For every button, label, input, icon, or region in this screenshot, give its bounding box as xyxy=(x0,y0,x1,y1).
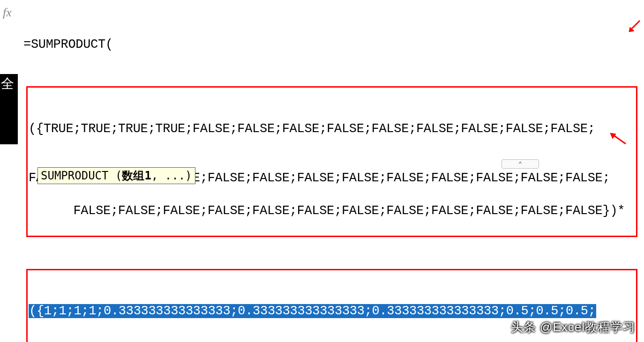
chevron-up-icon: ⌃ xyxy=(518,160,522,168)
block1-l1: ({TRUE;TRUE;TRUE;TRUE;FALSE;FALSE;FALSE;… xyxy=(29,122,595,136)
tooltip-arg[interactable]: 数组1 xyxy=(122,169,151,182)
formula-prefix: =SUMPRODUCT( xyxy=(23,37,640,53)
tooltip-open: ( xyxy=(109,169,122,182)
watermark-text: 头条 @Excel教程学习 xyxy=(511,319,636,335)
function-tooltip: SUMPRODUCT (数组1, ...) xyxy=(37,167,195,184)
arrow-icon-bottom xyxy=(609,132,628,146)
tooltip-rest: , ...) xyxy=(151,169,192,182)
tooltip-fn-name: SUMPRODUCT xyxy=(41,169,109,182)
block2-l1: ({1;1;1;1;0.333333333333333;0.3333333333… xyxy=(29,304,596,318)
svg-line-2 xyxy=(613,135,626,144)
formula-block-true-false: ({TRUE;TRUE;TRUE;TRUE;FALSE;FALSE;FALSE;… xyxy=(26,86,637,237)
arrow-icon-top xyxy=(628,20,642,34)
column-expand-button[interactable]: ⌃ xyxy=(502,159,539,169)
block1-l3: FALSE;FALSE;FALSE;FALSE;FALSE;FALSE;FALS… xyxy=(73,204,625,218)
left-sidebar-fragment: 全， xyxy=(0,74,18,144)
